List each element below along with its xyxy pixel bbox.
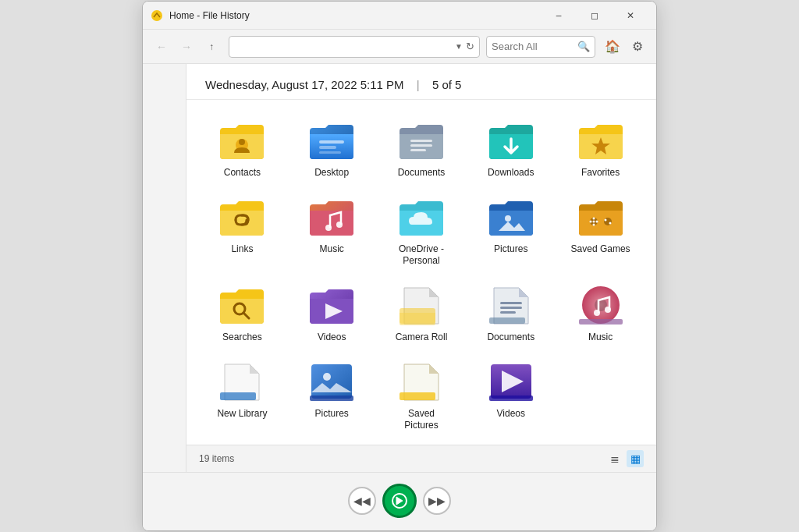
file-item-music[interactable]: Music [289, 189, 375, 274]
svg-rect-28 [500, 311, 516, 314]
files-grid: Contacts [186, 100, 656, 445]
svg-rect-36 [311, 364, 352, 399]
file-item-links[interactable]: Links [199, 189, 286, 274]
file-item-videos-lib[interactable]: Videos [467, 353, 554, 438]
svg-point-16 [589, 220, 591, 222]
address-chevron-icon[interactable]: ▼ [455, 42, 463, 51]
savedgames-icon [576, 195, 626, 239]
svg-point-12 [505, 215, 511, 222]
main-window: Home - File History – ◻ ✕ ← → ↑ Home ▼ ↻… [142, 1, 657, 531]
svg-rect-3 [319, 140, 344, 144]
page-info: 5 of 5 [432, 78, 462, 91]
search-icon: 🔍 [577, 41, 590, 52]
pictures-lib-label: Pictures [315, 408, 349, 420]
svg-rect-8 [410, 149, 426, 151]
links-icon [217, 195, 267, 239]
svg-rect-29 [489, 317, 525, 324]
documents-icon [396, 119, 446, 162]
svg-rect-35 [220, 392, 256, 400]
file-item-onedrive[interactable]: OneDrive - Personal [378, 189, 465, 274]
favorites-icon [576, 119, 626, 162]
svg-rect-27 [500, 307, 522, 309]
cameraroll-label: Camera Roll [396, 332, 448, 344]
svg-point-11 [336, 222, 343, 228]
file-item-documents[interactable]: Documents [378, 112, 465, 186]
file-item-savedpictures[interactable]: Saved Pictures [378, 353, 465, 438]
svg-rect-26 [500, 302, 522, 304]
svg-rect-14 [604, 218, 612, 225]
toolbar-right-icons: 🏠 ⚙ [602, 36, 648, 58]
file-item-searches[interactable]: Searches [199, 277, 286, 350]
documents-lib-label: Documents [487, 332, 534, 344]
svg-point-37 [323, 373, 331, 381]
svg-point-18 [592, 217, 595, 219]
svg-point-10 [325, 225, 332, 231]
file-item-videos[interactable]: Videos [289, 277, 375, 350]
toolbar: ← → ↑ Home ▼ ↻ 🔍 🏠 ⚙ [143, 30, 656, 64]
file-item-pictures[interactable]: Pictures [467, 189, 554, 274]
savedgames-label: Saved Games [571, 243, 630, 256]
searches-icon [217, 283, 267, 327]
pictures-lib-icon [307, 360, 357, 403]
file-item-cameraroll[interactable]: Camera Roll [378, 277, 465, 350]
documents-label: Documents [398, 167, 446, 179]
nav-controls: ◀◀ ▶▶ [143, 472, 656, 530]
documents-lib-icon [486, 283, 536, 327]
file-item-documents-lib[interactable]: Documents [467, 277, 554, 350]
desktop-icon [307, 119, 357, 162]
forward-button[interactable]: → [176, 36, 197, 58]
file-item-pictures-lib[interactable]: Pictures [289, 353, 375, 438]
address-bar[interactable]: Home ▼ ↻ [229, 36, 480, 58]
newlibrary-label: New Library [217, 408, 267, 420]
svg-rect-6 [410, 140, 432, 142]
separator: | [417, 78, 420, 91]
search-input[interactable] [492, 41, 577, 52]
file-item-music-lib[interactable]: Music [557, 277, 644, 350]
grid-view-button[interactable]: ▦ [627, 450, 644, 467]
file-item-savedgames[interactable]: Saved Games [557, 189, 644, 274]
items-count: 19 items [199, 453, 234, 464]
statusbar: 19 items ≣ ▦ [186, 445, 656, 472]
refresh-icon[interactable]: ↻ [466, 41, 474, 52]
search-box[interactable]: 🔍 [486, 36, 595, 58]
list-view-button[interactable]: ≣ [606, 450, 623, 467]
file-item-contacts[interactable]: Contacts [199, 112, 286, 186]
onedrive-label: OneDrive - Personal [390, 243, 453, 268]
close-button[interactable]: ✕ [613, 4, 648, 27]
titlebar: Home - File History – ◻ ✕ [143, 2, 656, 30]
file-item-favorites[interactable]: Favorites [557, 112, 644, 186]
videos-icon [307, 283, 357, 327]
videos-lib-icon [486, 360, 536, 403]
svg-point-0 [151, 10, 162, 21]
downloads-label: Downloads [488, 167, 534, 179]
favorites-label: Favorites [581, 167, 620, 179]
svg-rect-7 [410, 144, 432, 147]
main-panel: Wednesday, August 17, 2022 5:11 PM | 5 o… [186, 64, 656, 472]
last-button[interactable]: ▶▶ [423, 487, 451, 515]
address-input[interactable]: Home [234, 41, 455, 52]
videos-lib-label: Videos [497, 408, 525, 420]
svg-point-20 [604, 218, 606, 221]
pictures-icon [486, 195, 536, 239]
music-label: Music [320, 243, 344, 256]
svg-point-15 [592, 220, 595, 222]
searches-label: Searches [222, 332, 262, 344]
settings-icon-button[interactable]: ⚙ [627, 36, 648, 58]
play-restore-button[interactable] [382, 484, 417, 518]
file-item-desktop[interactable]: Desktop [289, 112, 375, 186]
music-icon [307, 195, 357, 239]
pictures-label: Pictures [494, 243, 527, 256]
maximize-button[interactable]: ◻ [577, 4, 613, 27]
svg-point-2 [239, 139, 245, 145]
up-button[interactable]: ↑ [201, 36, 222, 58]
svg-rect-4 [319, 146, 336, 149]
savedpictures-label: Saved Pictures [390, 408, 453, 432]
minimize-button[interactable]: – [541, 4, 577, 27]
sidebar [143, 64, 186, 472]
first-button[interactable]: ◀◀ [348, 487, 376, 515]
file-item-downloads[interactable]: Downloads [467, 112, 554, 186]
home-icon-button[interactable]: 🏠 [602, 36, 623, 58]
file-item-newlibrary[interactable]: New Library [199, 353, 286, 438]
back-button[interactable]: ← [151, 36, 172, 58]
app-icon [151, 9, 163, 22]
